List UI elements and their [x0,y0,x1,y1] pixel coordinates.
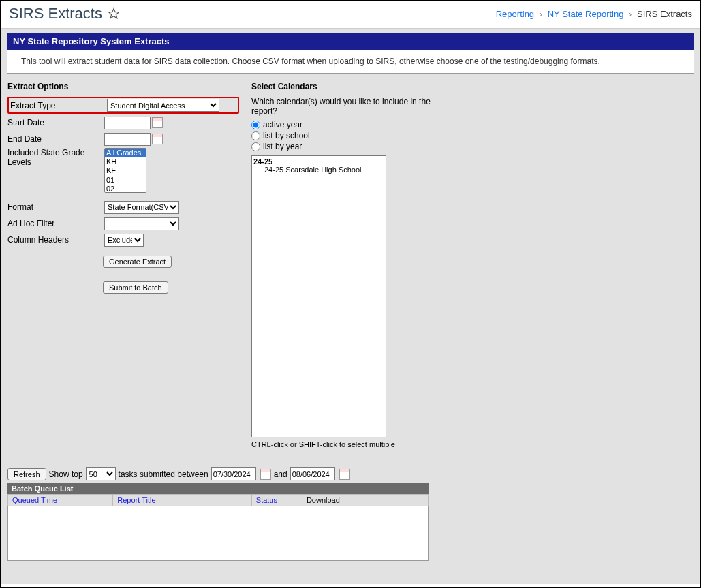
col-status[interactable]: Status [251,495,302,506]
column-headers-label: Column Headers [7,235,104,245]
batch-queue-area: Refresh Show top 50 tasks submitted betw… [7,467,429,561]
calendar-year-item[interactable]: 24-25 [253,157,384,166]
generate-extract-button[interactable]: Generate Extract [103,256,172,268]
adhoc-label: Ad Hoc Filter [7,219,104,228]
radio-active-year[interactable] [251,121,260,129]
column-headers-select[interactable]: Exclude [104,234,144,247]
select-calendars-title: Select Calendars [251,82,442,91]
format-label: Format [7,202,104,212]
extract-type-row: Extract Type Student Digital Access [7,97,239,114]
table-header-row: Queued Time Report Title Status Download [8,495,429,506]
start-date-label: Start Date [7,118,104,127]
batch-date-from[interactable] [211,467,256,480]
batch-queue-title: Batch Queue List [7,483,429,494]
start-date-input[interactable] [104,117,151,129]
batch-date-to[interactable] [290,467,335,480]
col-queued-time[interactable]: Queued Time [8,495,113,506]
calendar-icon[interactable] [152,117,163,128]
radio-active-year-label: active year [263,120,302,129]
batch-queue-table: Queued Time Report Title Status Download [7,494,429,506]
page-title-text: SIRS Extracts [9,5,102,22]
select-calendars-panel: Select Calendars Which calendar(s) would… [251,82,442,448]
chevron-right-icon: › [540,9,542,19]
radio-list-by-year[interactable] [251,142,260,151]
adhoc-row: Ad Hoc Filter [7,216,239,231]
calendar-prompt: Which calendar(s) would you like to incl… [251,97,442,116]
body-area: NY State Repository System Extracts This… [1,29,700,584]
calendar-list[interactable]: 24-25 24-25 Scarsdale High School [251,155,386,437]
end-date-row: End Date [7,131,239,146]
favorite-star-icon[interactable] [108,7,120,20]
extract-type-label: Extract Type [10,101,107,110]
chevron-right-icon: › [629,9,632,19]
radio-by-school-label: list by school [263,131,310,140]
and-label: and [274,469,287,479]
extract-options-title: Extract Options [7,82,239,91]
breadcrumb-ny-state[interactable]: NY State Reporting [548,9,624,19]
multi-select-hint: CTRL-click or SHIFT-click to select mult… [251,440,442,448]
column-headers-row: Column Headers Exclude [7,232,239,247]
grade-levels-row: Included State Grade Levels All Grades K… [7,148,239,193]
svg-marker-0 [108,9,119,18]
radio-list-by-school[interactable] [251,131,260,140]
show-top-select[interactable]: 50 [86,467,116,480]
end-date-label: End Date [7,134,104,144]
show-top-label: Show top [49,469,83,479]
radio-by-year-row: list by year [251,142,442,151]
extract-options-panel: Extract Options Extract Type Student Dig… [7,82,239,448]
format-row: Format State Format(CSV) [7,200,239,215]
breadcrumb-current: SIRS Extracts [637,9,692,19]
batch-queue-body [7,506,429,561]
radio-active-year-row: active year [251,120,442,129]
calendar-icon[interactable] [339,469,350,480]
breadcrumb: Reporting › NY State Reporting › SIRS Ex… [496,9,692,19]
page-header: SIRS Extracts Reporting › NY State Repor… [1,1,700,29]
calendar-school-item[interactable]: 24-25 Scarsdale High School [253,166,384,174]
tool-description: This tool will extract student data for … [7,50,694,74]
page-title: SIRS Extracts [9,5,120,22]
grade-levels-select[interactable]: All Grades KH KF 01 02 [104,148,146,193]
start-date-row: Start Date [7,115,239,130]
batch-controls: Refresh Show top 50 tasks submitted betw… [7,467,429,480]
breadcrumb-reporting[interactable]: Reporting [496,9,534,19]
format-select[interactable]: State Format(CSV) [104,201,179,214]
radio-by-school-row: list by school [251,131,442,140]
grade-levels-label: Included State Grade Levels [7,148,104,167]
end-date-input[interactable] [104,133,151,146]
calendar-icon[interactable] [260,469,271,480]
radio-by-year-label: list by year [263,142,302,151]
col-report-title[interactable]: Report Title [113,495,252,506]
tool-banner: NY State Repository System Extracts [7,33,694,50]
tasks-between-label: tasks submitted between [119,469,208,479]
calendar-icon[interactable] [152,134,163,144]
col-download: Download [302,495,428,506]
extract-type-select[interactable]: Student Digital Access [107,99,219,112]
refresh-button[interactable]: Refresh [7,468,46,480]
submit-to-batch-button[interactable]: Submit to Batch [103,281,168,294]
adhoc-select[interactable] [104,217,179,230]
